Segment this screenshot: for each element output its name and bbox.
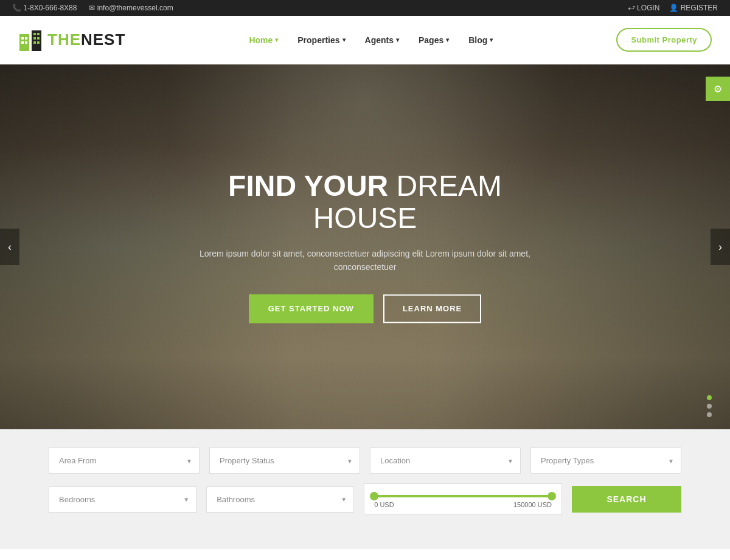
- topbar: 📞 1-8X0-666-8X88 ✉ info@themevessel.com …: [0, 0, 730, 16]
- svg-rect-7: [37, 33, 40, 35]
- search-row-2: Bedrooms 1 2 3 4 5+ Bathrooms 1 2 3 4 5+: [49, 483, 681, 515]
- search-section: Area From 100 sqft 200 sqft 500 sqft 100…: [0, 429, 730, 549]
- gear-icon: ⚙: [714, 83, 722, 95]
- svg-rect-3: [25, 37, 27, 40]
- area-from-wrapper: Area From 100 sqft 200 sqft 500 sqft 100…: [49, 448, 200, 474]
- login-link[interactable]: ⮐ LOGIN: [628, 4, 660, 12]
- phone-info: 📞 1-8X0-666-8X88: [12, 4, 77, 12]
- nav-properties-arrow: ▾: [342, 36, 346, 43]
- svg-rect-2: [21, 37, 24, 40]
- topbar-right: ⮐ LOGIN 👤 REGISTER: [628, 4, 718, 12]
- login-icon: ⮐: [628, 4, 635, 12]
- topbar-left: 📞 1-8X0-666-8X88 ✉ info@themevessel.com: [12, 4, 173, 12]
- logo-text: THENEST: [47, 30, 125, 49]
- register-link[interactable]: 👤 REGISTER: [669, 4, 718, 12]
- email-info: ✉ info@themevessel.com: [89, 4, 173, 12]
- carousel-dot-2[interactable]: [707, 404, 712, 409]
- nav-home[interactable]: Home ▾: [240, 30, 287, 50]
- nav-home-arrow: ▾: [275, 36, 278, 43]
- hero-section: ⚙ ‹ › FIND YOUR DREAM HOUSE Lorem ipsum …: [0, 64, 730, 429]
- carousel-dots: [707, 395, 712, 417]
- svg-rect-0: [19, 34, 29, 51]
- hero-content: FIND YOUR DREAM HOUSE Lorem ipsum dolor …: [182, 170, 548, 323]
- price-range-track: [374, 495, 552, 497]
- svg-rect-10: [33, 41, 36, 44]
- nav-pages[interactable]: Pages ▾: [410, 30, 457, 50]
- chevron-right-icon: ›: [718, 241, 722, 254]
- price-range-wrapper: 0 USD 150000 USD: [364, 483, 562, 515]
- phone-icon: 📞: [12, 4, 21, 12]
- svg-rect-5: [25, 41, 27, 44]
- property-types-wrapper: Property Types House Apartment Villa Stu…: [530, 448, 681, 474]
- bedrooms-select[interactable]: Bedrooms 1 2 3 4 5+: [49, 486, 196, 513]
- svg-rect-8: [33, 37, 36, 40]
- price-max-label: 150000 USD: [513, 501, 552, 508]
- svg-rect-11: [37, 41, 40, 44]
- location-select[interactable]: Location New York Los Angeles Chicago Mi…: [370, 448, 521, 474]
- bathrooms-select[interactable]: Bathrooms 1 2 3 4 5+: [206, 486, 354, 513]
- bedrooms-wrapper: Bedrooms 1 2 3 4 5+: [49, 486, 196, 513]
- price-range-thumb-max[interactable]: [548, 492, 556, 500]
- learn-more-button[interactable]: LEARN MORE: [383, 295, 481, 323]
- bathrooms-wrapper: Bathrooms 1 2 3 4 5+: [206, 486, 354, 513]
- logo[interactable]: THENEST: [18, 28, 125, 52]
- email-icon: ✉: [89, 4, 95, 12]
- svg-rect-9: [37, 37, 40, 40]
- chevron-left-icon: ‹: [8, 241, 12, 254]
- search-button[interactable]: SEARCH: [572, 486, 681, 513]
- price-range-fill: [374, 495, 552, 497]
- svg-rect-1: [32, 30, 41, 51]
- carousel-dot-3[interactable]: [707, 412, 712, 417]
- hero-title: FIND YOUR DREAM HOUSE: [182, 170, 548, 235]
- nav-blog-arrow: ▾: [490, 36, 493, 43]
- register-icon: 👤: [669, 4, 678, 12]
- get-started-button[interactable]: GET STARTED NOW: [249, 295, 374, 323]
- svg-rect-4: [21, 41, 24, 44]
- nav-agents[interactable]: Agents ▾: [356, 30, 408, 50]
- price-range-thumb-min[interactable]: [370, 492, 378, 500]
- settings-button[interactable]: ⚙: [706, 77, 730, 101]
- search-row-1: Area From 100 sqft 200 sqft 500 sqft 100…: [49, 448, 681, 474]
- property-status-select[interactable]: Property Status For Sale For Rent Sold: [209, 448, 360, 474]
- carousel-dot-1[interactable]: [707, 395, 712, 400]
- price-min-label: 0 USD: [374, 501, 394, 508]
- submit-property-button[interactable]: Submit Property: [616, 28, 712, 52]
- hero-title-bold: FIND YOUR: [228, 170, 388, 202]
- nav-pages-arrow: ▾: [446, 36, 449, 43]
- carousel-prev-button[interactable]: ‹: [0, 229, 19, 265]
- property-status-wrapper: Property Status For Sale For Rent Sold: [209, 448, 360, 474]
- logo-highlight: THE: [47, 30, 81, 49]
- area-from-select[interactable]: Area From 100 sqft 200 sqft 500 sqft 100…: [49, 448, 200, 474]
- hero-buttons: GET STARTED NOW LEARN MORE: [182, 295, 548, 323]
- carousel-next-button[interactable]: ›: [711, 229, 730, 265]
- location-wrapper: Location New York Los Angeles Chicago Mi…: [370, 448, 521, 474]
- nav-agents-arrow: ▾: [396, 36, 399, 43]
- nav-properties[interactable]: Properties ▾: [289, 30, 353, 50]
- header: THENEST Home ▾ Properties ▾ Agents ▾ Pag…: [0, 16, 730, 64]
- property-types-select[interactable]: Property Types House Apartment Villa Stu…: [530, 448, 681, 474]
- svg-rect-6: [33, 33, 36, 35]
- hero-subtitle: Lorem ipsum dolor sit amet, conconsectet…: [182, 247, 548, 274]
- price-range-labels: 0 USD 150000 USD: [374, 501, 552, 508]
- nav-blog[interactable]: Blog ▾: [460, 30, 501, 50]
- main-nav: Home ▾ Properties ▾ Agents ▾ Pages ▾ Blo…: [240, 30, 501, 50]
- logo-icon: [18, 28, 43, 52]
